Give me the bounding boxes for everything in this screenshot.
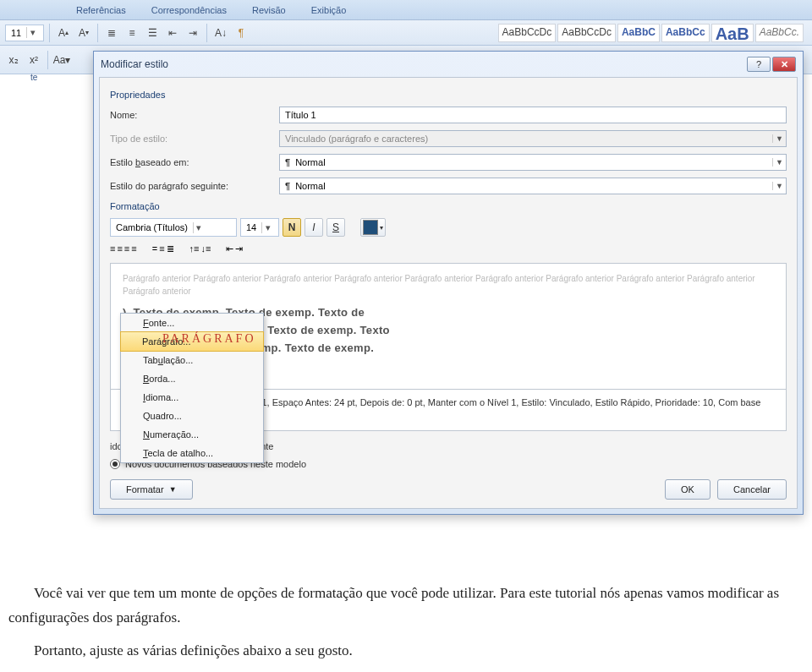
separator	[206, 24, 207, 42]
tab-mail[interactable]: Correspondências	[151, 5, 227, 15]
dialog-titlebar: Modificar estilo ? ✕	[94, 52, 803, 77]
indent-dec-icon[interactable]: ⇤	[164, 25, 181, 41]
style-swatch-3[interactable]: AaBbC	[617, 24, 660, 42]
name-input[interactable]	[279, 107, 787, 123]
style-swatch-4[interactable]: AaBbCc	[661, 24, 710, 42]
spacing-15-button[interactable]: ≡	[159, 243, 164, 254]
grow-font-icon[interactable]: A▴	[55, 25, 72, 41]
style-swatch-1[interactable]: AaBbCcDc	[498, 24, 557, 42]
cancel-button[interactable]: Cancelar	[717, 479, 787, 500]
close-button[interactable]: ✕	[772, 57, 796, 72]
style-type-label: Tipo de estilo:	[110, 134, 279, 144]
tab-references[interactable]: Referências	[76, 5, 126, 15]
space-before-dec-button[interactable]: ↓≡	[200, 243, 211, 254]
tab-view[interactable]: Exibição	[311, 5, 347, 15]
styles-gallery: AaBbCcDc AaBbCcDc AaBbC AaBbCc AaB AaBbC…	[498, 20, 804, 46]
dialog-title: Modificar estilo	[101, 58, 168, 70]
indent-inc-button[interactable]: ⇥	[235, 243, 243, 254]
spacing-2-button[interactable]: ≣	[167, 243, 174, 254]
tutorial-body-text: Você vai ver que tem um monte de opções …	[8, 582, 795, 664]
indent-dec-button[interactable]: ⇤	[226, 243, 233, 254]
format-toolbar: Cambria (Títulos)▾ 14▾ N I S ▾	[110, 218, 787, 237]
font-family-combo[interactable]: Cambria (Títulos)▾	[110, 218, 237, 237]
change-case-icon[interactable]: Aa▾	[53, 52, 70, 68]
superscript-icon[interactable]: x²	[25, 52, 42, 68]
menu-tabs[interactable]: Tabulação...	[121, 351, 263, 369]
align-center-button[interactable]: ≡	[117, 243, 122, 254]
menu-numbering[interactable]: Numeração...	[121, 425, 263, 444]
properties-section-label: Propriedades	[110, 90, 787, 100]
numbering-icon[interactable]: ≡	[123, 25, 140, 41]
name-label: Nome:	[110, 110, 279, 120]
separator	[97, 24, 98, 42]
font-size-combo-dialog[interactable]: 14▾	[240, 218, 279, 237]
font-size-combo[interactable]: 11▾	[5, 25, 44, 41]
italic-button[interactable]: I	[304, 218, 323, 237]
align-left-button[interactable]: ≡	[110, 243, 115, 254]
menu-font[interactable]: Fonte...	[121, 314, 263, 332]
menu-shortcut[interactable]: Tecla de atalho...	[121, 444, 263, 462]
multilevel-icon[interactable]: ☰	[144, 25, 161, 41]
menu-language[interactable]: Idioma...	[121, 388, 263, 407]
paragraph-align-row: ≡ ≡ ≡ ≡ = ≡ ≣ ↑≡ ↓≡ ⇤ ⇥	[110, 243, 787, 254]
spacing-1-button[interactable]: =	[152, 243, 157, 254]
style-swatch-6[interactable]: AaBbCc.	[755, 24, 804, 42]
ok-button[interactable]: OK	[665, 479, 710, 500]
toolbar-row-1: 11▾ A▴ A▾ ≣ ≡ ☰ ⇤ ⇥ A↓ ¶ AaBbCcDc AaBbCc…	[0, 20, 812, 46]
based-on-label: Estilo baseado em:	[110, 157, 279, 167]
help-button[interactable]: ?	[747, 57, 771, 72]
menu-frame[interactable]: Quadro...	[121, 407, 263, 425]
template-radio[interactable]	[110, 459, 120, 469]
formatting-section-label: Formatação	[110, 201, 787, 211]
left-fragment-text: te	[30, 73, 37, 82]
ribbon-tabs: Referências Correspondências Revisão Exi…	[0, 0, 812, 20]
style-swatch-5[interactable]: AaB	[711, 24, 754, 42]
space-before-inc-button[interactable]: ↑≡	[189, 243, 200, 254]
indent-inc-icon[interactable]: ⇥	[184, 25, 201, 41]
subscript-icon[interactable]: x₂	[5, 52, 22, 68]
underline-button[interactable]: S	[326, 218, 345, 237]
tab-review[interactable]: Revisão	[252, 5, 286, 15]
body-paragraph-1: Você vai ver que tem um monte de opções …	[8, 582, 795, 631]
next-style-dropdown[interactable]: ¶Normal▼	[279, 178, 787, 194]
align-right-button[interactable]: ≡	[124, 243, 129, 254]
format-menu-button[interactable]: Formatar▼	[110, 479, 193, 500]
based-on-dropdown[interactable]: ¶Normal▼	[279, 154, 787, 171]
separator	[47, 51, 48, 69]
separator	[49, 24, 50, 42]
font-color-button[interactable]: ▾	[360, 218, 386, 237]
style-swatch-2[interactable]: AaBbCcDc	[557, 24, 616, 42]
align-justify-button[interactable]: ≡	[131, 243, 136, 254]
sort-icon[interactable]: A↓	[212, 25, 229, 41]
bold-button[interactable]: N	[283, 218, 301, 237]
pilcrow-icon[interactable]: ¶	[233, 25, 250, 41]
body-paragraph-2: Portanto, ajuste as várias definições ab…	[8, 639, 795, 664]
shrink-font-icon[interactable]: A▾	[75, 25, 92, 41]
next-style-label: Estilo do parágrafo seguinte:	[110, 181, 279, 191]
menu-border[interactable]: Borda...	[121, 369, 263, 388]
bullets-icon[interactable]: ≣	[103, 25, 120, 41]
annotation-paragrafo: PARÁGRAFO	[162, 332, 256, 346]
style-type-dropdown: Vinculado (parágrafo e caracteres)▼	[279, 130, 787, 147]
